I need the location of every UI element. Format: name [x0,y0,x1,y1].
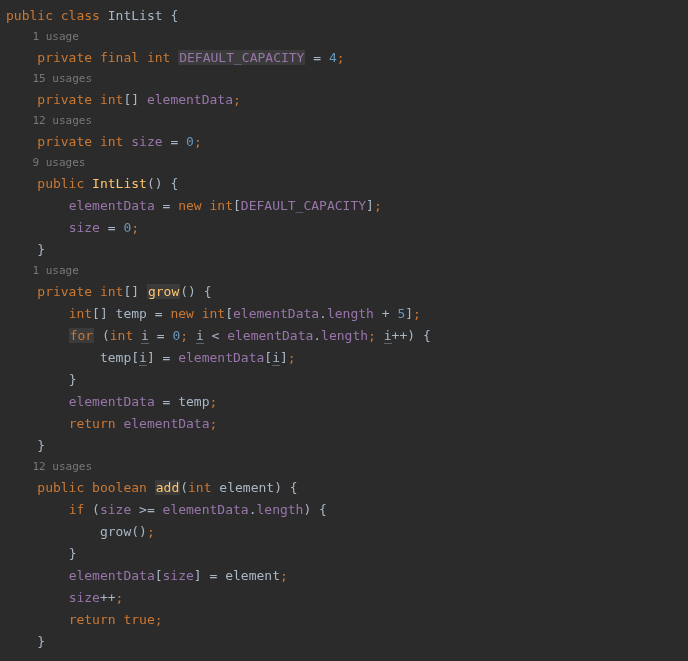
const-default-capacity: DEFAULT_CAPACITY [178,50,305,65]
code-line[interactable]: private int[] elementData; [0,89,688,111]
code-line[interactable]: temp[i] = elementData[i]; [0,347,688,369]
code-line[interactable]: for (int i = 0; i < elementData.length; … [0,325,688,347]
code-line[interactable]: } [0,435,688,457]
code-line[interactable]: grow(); [0,521,688,543]
class-name: IntList [108,8,163,23]
usage-hint[interactable]: 1 usage [0,27,688,47]
code-line[interactable]: int[] temp = new int[elementData.length … [0,303,688,325]
keyword-for: for [69,328,94,343]
code-line[interactable]: } [0,239,688,261]
keyword-class: class [61,8,100,23]
usage-hint[interactable]: 9 usages [0,153,688,173]
code-line[interactable]: return elementData; [0,413,688,435]
code-line[interactable]: private final int DEFAULT_CAPACITY = 4; [0,47,688,69]
constructor-name: IntList [92,176,147,191]
code-line[interactable]: public class IntList { [0,5,688,27]
code-line[interactable]: } [0,369,688,391]
code-line[interactable]: private int size = 0; [0,131,688,153]
usage-hint[interactable]: 12 usages [0,457,688,477]
code-line[interactable]: elementData = temp; [0,391,688,413]
code-line[interactable]: } [0,631,688,653]
usage-hint[interactable]: 1 usage [0,261,688,281]
code-line[interactable]: return true; [0,609,688,631]
code-line[interactable]: public IntList() { [0,173,688,195]
keyword-public: public [6,8,53,23]
method-add: add [155,480,180,495]
code-line[interactable]: elementData[size] = element; [0,565,688,587]
code-line[interactable]: private int[] grow() { [0,281,688,303]
code-line[interactable]: if (size >= elementData.length) { [0,499,688,521]
code-line[interactable]: size++; [0,587,688,609]
code-line[interactable]: size = 0; [0,217,688,239]
usage-hint[interactable]: 15 usages [0,69,688,89]
method-grow: grow [147,284,180,299]
code-line[interactable]: } [0,543,688,565]
field-size: size [131,134,162,149]
code-line[interactable]: elementData = new int[DEFAULT_CAPACITY]; [0,195,688,217]
field-elementdata: elementData [147,92,233,107]
code-line[interactable]: public boolean add(int element) { [0,477,688,499]
usage-hint[interactable]: 12 usages [0,111,688,131]
